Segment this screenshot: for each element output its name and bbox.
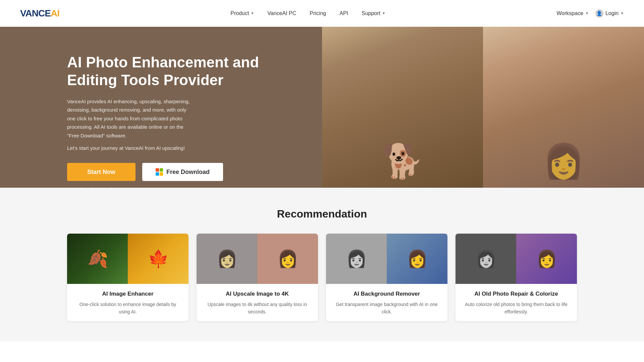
header-right: Workspace ▼ 👤 Login ▼	[556, 9, 624, 17]
main-nav: Product ▼ VanceAI PC Pricing API Support…	[230, 10, 385, 16]
hero-photos: 🐕 👩	[322, 27, 644, 188]
recommendation-section: Recommendation 🍂 🍁 AI Image Enhancer One…	[0, 188, 644, 341]
workspace-button[interactable]: Workspace ▼	[556, 10, 589, 16]
recommendation-title: Recommendation	[67, 208, 577, 220]
upscale-before-image: 👩	[197, 234, 257, 284]
card-enhancer-body: AI Image Enhancer One-click solution to …	[67, 284, 189, 321]
hero-tagline: Let's start your journey at VanceAI from…	[67, 145, 295, 151]
card-bg-remover-image[interactable]: 👩 👩	[326, 234, 447, 284]
login-button[interactable]: 👤 Login ▼	[595, 9, 624, 17]
windows-icon	[156, 168, 163, 176]
card-enhancer-desc: One-click solution to enhance image deta…	[74, 301, 182, 316]
card-upscale-image[interactable]: 👩 👩	[197, 234, 318, 284]
hero-image-area: 🐕 👩	[322, 27, 644, 188]
bg-after-image: 👩	[387, 234, 447, 284]
hero-buttons: Start Now Free Download	[67, 163, 295, 181]
hero-section: AI Photo Enhancement and Editing Tools P…	[0, 27, 644, 188]
person-emoji: 👩	[543, 141, 585, 181]
card-old-photo-body: AI Old Photo Repair & Colorize Auto colo…	[455, 284, 577, 321]
old-photo-after-image: 👩	[516, 234, 577, 284]
card-old-photo-title: AI Old Photo Repair & Colorize	[462, 291, 570, 297]
logo-vance: VANCE	[20, 8, 51, 18]
chevron-down-icon-2: ▼	[382, 11, 385, 15]
card-upscale: 👩 👩 AI Upscale Image to 4K Upscale image…	[197, 234, 318, 321]
card-old-photo-desc: Auto colorize old photos to bring them b…	[462, 301, 570, 316]
nav-api[interactable]: API	[339, 10, 348, 16]
hero-title: AI Photo Enhancement and Editing Tools P…	[67, 54, 295, 89]
nav-support[interactable]: Support ▼	[362, 10, 385, 16]
chevron-down-icon-3: ▼	[585, 11, 589, 15]
bg-before-image: 👩	[326, 234, 387, 284]
dog-emoji: 🐕	[382, 141, 424, 181]
nav-product[interactable]: Product ▼	[230, 10, 254, 16]
card-bg-remover: 👩 👩 AI Background Remover Get transparen…	[326, 234, 447, 321]
cards-grid: 🍂 🍁 AI Image Enhancer One-click solution…	[67, 234, 577, 321]
leaf-after-image: 🍁	[128, 234, 189, 284]
card-bg-remover-body: AI Background Remover Get transparent im…	[326, 284, 447, 321]
card-upscale-body: AI Upscale Image to 4K Upscale images to…	[197, 284, 318, 321]
card-old-photo-image[interactable]: 👩 👩	[455, 234, 577, 284]
start-now-button[interactable]: Start Now	[67, 163, 136, 181]
card-image-enhancer: 🍂 🍁 AI Image Enhancer One-click solution…	[67, 234, 189, 321]
card-old-photo: 👩 👩 AI Old Photo Repair & Colorize Auto …	[455, 234, 577, 321]
hero-photo-person: 👩	[483, 27, 644, 188]
header: VANCEAI Product ▼ VanceAI PC Pricing API…	[0, 0, 644, 27]
card-upscale-title: AI Upscale Image to 4K	[203, 291, 311, 297]
card-upscale-desc: Upscale images to 4k without any quality…	[203, 301, 311, 316]
leaf-before-image: 🍂	[67, 234, 128, 284]
hero-photo-dog: 🐕	[322, 27, 483, 188]
logo[interactable]: VANCEAI	[20, 8, 59, 19]
chevron-down-icon-4: ▼	[621, 11, 624, 15]
nav-pricing[interactable]: Pricing	[310, 10, 326, 16]
faster-processing-link[interactable]: Faster batch processing >	[67, 187, 121, 188]
chevron-down-icon: ▼	[251, 11, 254, 15]
nav-vanceai-pc[interactable]: VanceAI PC	[267, 10, 296, 16]
card-bg-remover-desc: Get transparent image background with AI…	[333, 301, 441, 316]
hero-description: VanceAI provides AI enhancing, upscaling…	[67, 97, 195, 140]
card-enhancer-title: AI Image Enhancer	[74, 291, 182, 297]
logo-ai: AI	[51, 8, 59, 18]
free-download-button[interactable]: Free Download	[142, 163, 223, 181]
user-icon: 👤	[595, 9, 603, 17]
old-photo-before-image: 👩	[455, 234, 516, 284]
upscale-after-image: 👩	[257, 234, 318, 284]
card-bg-remover-title: AI Background Remover	[333, 291, 441, 297]
hero-content: AI Photo Enhancement and Editing Tools P…	[0, 27, 322, 188]
card-image-enhancer-image[interactable]: 🍂 🍁	[67, 234, 189, 284]
